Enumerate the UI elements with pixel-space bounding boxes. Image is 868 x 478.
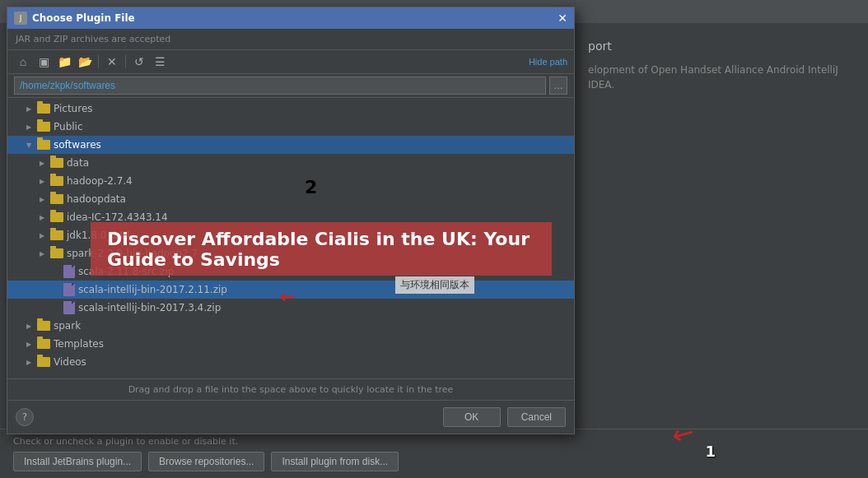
tree-arrow-hadoop: ▶ <box>37 176 47 186</box>
folder-icon-idea <box>50 212 63 222</box>
path-browse-button[interactable]: … <box>549 77 567 95</box>
ad-overlay: Discover Affordable Cialis in the UK: Yo… <box>91 222 552 276</box>
file-icon-scala-intellij-213 <box>63 301 75 314</box>
annotation-2: 2 <box>305 177 317 197</box>
folder-icon-data <box>50 158 63 168</box>
bg-right-panel: port elopment of Open Handset Alliance A… <box>572 23 868 478</box>
tree-item-hadoopdata[interactable]: ▶ hadoopdata <box>7 190 574 208</box>
desktop-button[interactable]: ▣ <box>35 53 53 71</box>
dialog-title-bar: J Choose Plugin File ✕ <box>7 7 574 29</box>
tree-label-hadoopdata: hadoopdata <box>67 193 126 205</box>
bg-right-text: elopment of Open Handset Alliance Androi… <box>588 63 852 92</box>
drag-drop-info: Drag and drop a file into the space abov… <box>7 378 574 400</box>
toolbar-separator-2 <box>125 55 126 68</box>
tree-arrow-jdk: ▶ <box>37 230 47 240</box>
help-button[interactable]: ? <box>16 408 34 426</box>
bg-right-title: port <box>588 39 852 53</box>
tree-item-videos[interactable]: ▶ Videos <box>7 353 574 371</box>
folder-icon-hadoopdata <box>50 194 63 204</box>
dialog-toolbar: ⌂ ▣ 📁 📂 ✕ ↺ ☰ Hide path <box>7 50 574 74</box>
ok-button[interactable]: OK <box>443 407 501 427</box>
new-folder-button[interactable]: 📂 <box>76 53 94 71</box>
ad-text: Discover Affordable Cialis in the UK: Yo… <box>107 229 535 270</box>
dialog-close-button[interactable]: ✕ <box>558 12 567 24</box>
folder-icon-hadoop <box>50 176 63 186</box>
hide-path-button[interactable]: Hide path <box>529 57 567 67</box>
tree-arrow-spark-dist: ▶ <box>37 248 47 258</box>
bottom-bar: Check or uncheck a plugin to enable or d… <box>0 429 868 478</box>
home-button[interactable]: ⌂ <box>14 53 32 71</box>
tree-item-templates[interactable]: ▶ Templates <box>7 335 574 353</box>
tree-arrow-hadoopdata: ▶ <box>37 194 47 204</box>
file-icon-scala-src <box>63 265 75 278</box>
tree-item-softwares[interactable]: ▼ softwares <box>7 136 574 154</box>
folder-icon-public <box>37 122 50 132</box>
dialog-title-left: J Choose Plugin File <box>14 12 135 25</box>
tree-label-pictures: Pictures <box>54 103 93 114</box>
tree-label-public: Public <box>54 121 83 132</box>
delete-button[interactable]: ✕ <box>103 53 121 71</box>
tree-label-templates: Templates <box>54 338 104 350</box>
tree-arrow-spark: ▶ <box>24 321 34 331</box>
view-button[interactable]: ☰ <box>151 53 169 71</box>
tree-arrow-softwares: ▼ <box>24 140 34 150</box>
dialog-window-icon: J <box>14 12 27 25</box>
dialog-info-text: JAR and ZIP archives are accepted <box>7 29 574 50</box>
toolbar-separator-1 <box>98 55 99 68</box>
tree-item-spark[interactable]: ▶ spark <box>7 317 574 335</box>
folder-button[interactable]: 📁 <box>55 53 73 71</box>
browse-repositories-button[interactable]: Browse repositories... <box>148 452 264 471</box>
bottom-buttons: Install JetBrains plugin... Browse repos… <box>13 452 855 471</box>
install-jetbrains-button[interactable]: Install JetBrains plugin... <box>13 452 142 471</box>
check-text: Check or uncheck a plugin to enable or d… <box>13 436 855 447</box>
cancel-button[interactable]: Cancel <box>507 407 566 427</box>
folder-icon-videos <box>37 357 50 367</box>
dialog-title-text: Choose Plugin File <box>32 12 135 24</box>
dialog-footer: ? OK Cancel <box>7 400 574 434</box>
tree-arrow-pictures: ▶ <box>24 104 34 114</box>
tree-label-idea: idea-IC-172.4343.14 <box>67 211 168 223</box>
tree-label-spark: spark <box>54 320 81 332</box>
tree-label-data: data <box>67 157 89 169</box>
tree-label-softwares: softwares <box>54 139 101 151</box>
tree-item-public[interactable]: ▶ Public <box>7 118 574 136</box>
tree-label-videos: Videos <box>54 356 86 368</box>
file-icon-scala-intellij-211 <box>63 283 75 296</box>
tree-arrow-idea: ▶ <box>37 212 47 222</box>
tree-arrow-data: ▶ <box>37 158 47 168</box>
arrow-to-zip: ← <box>280 286 295 307</box>
choose-plugin-dialog: J Choose Plugin File ✕ JAR and ZIP archi… <box>7 7 575 434</box>
annotation-number-1: 1 <box>705 443 716 460</box>
tree-arrow-public: ▶ <box>24 122 34 132</box>
tree-item-data[interactable]: ▶ data <box>7 154 574 172</box>
tree-label-scala-intellij-213: scala-intellij-bin-2017.3.4.zip <box>78 302 221 313</box>
folder-icon-spark <box>37 321 50 331</box>
folder-icon-spark-dist <box>50 248 63 258</box>
dialog-icon-text: J <box>20 14 22 22</box>
tree-item-pictures[interactable]: ▶ Pictures <box>7 100 574 118</box>
tree-arrow-videos: ▶ <box>24 357 34 367</box>
path-input[interactable] <box>14 77 546 95</box>
path-bar: … <box>7 74 574 98</box>
chinese-annotation: 与环境相同版本 <box>395 276 474 294</box>
tree-label-hadoop: hadoop-2.7.4 <box>67 175 133 187</box>
folder-icon-pictures <box>37 104 50 114</box>
install-from-disk-button[interactable]: Install plugin from disk... <box>271 452 399 471</box>
folder-icon-templates <box>37 339 50 349</box>
tree-label-scala-intellij-211: scala-intellij-bin-2017.2.11.zip <box>78 284 227 295</box>
tree-arrow-templates: ▶ <box>24 339 34 349</box>
folder-icon-softwares <box>37 140 50 150</box>
folder-icon-jdk <box>50 230 63 240</box>
refresh-button[interactable]: ↺ <box>130 53 148 71</box>
tree-item-hadoop[interactable]: ▶ hadoop-2.7.4 <box>7 172 574 190</box>
